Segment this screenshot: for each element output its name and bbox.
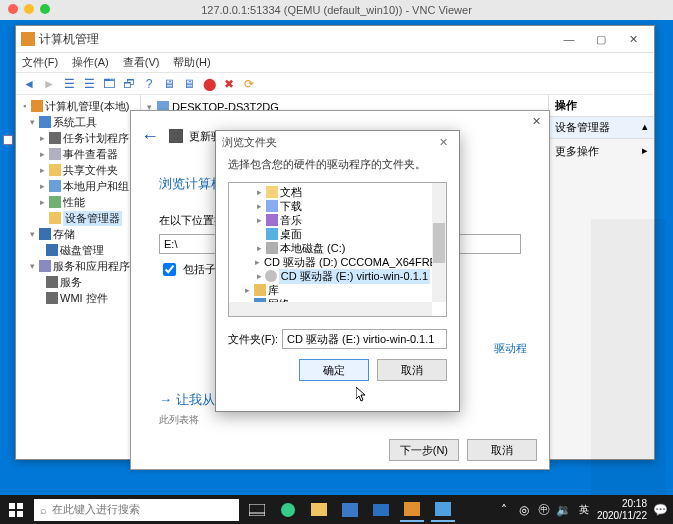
- start-button[interactable]: [0, 495, 32, 524]
- plugin-icon[interactable]: ⬤: [200, 75, 218, 93]
- monitor-icon[interactable]: 🖥: [160, 75, 178, 93]
- svg-rect-0: [9, 503, 15, 509]
- svg-rect-10: [404, 502, 420, 516]
- horizontal-scrollbar[interactable]: [229, 302, 432, 316]
- svg-rect-7: [311, 503, 327, 516]
- views-icon[interactable]: ☰: [80, 75, 98, 93]
- node-libraries[interactable]: 库: [268, 283, 279, 298]
- tree-services[interactable]: 服务: [60, 275, 82, 290]
- minimize-button[interactable]: —: [553, 28, 585, 50]
- tree-root[interactable]: 计算机管理(本地): [45, 99, 129, 114]
- edge-icon[interactable]: [276, 498, 300, 522]
- tray-location-icon[interactable]: ◎: [517, 503, 531, 517]
- tray-clock[interactable]: 20:18 2020/11/22: [597, 498, 647, 521]
- taskbar: ⌕ 在此键入进行搜索 ˄ ◎ ㊥ 🔉 英 20:18 2020/11/22 💬: [0, 495, 673, 524]
- folder-tree[interactable]: ▸文档 ▸下载 ▸音乐 桌面 ▸本地磁盘 (C:) ▸CD 驱动器 (D:) C…: [228, 182, 447, 317]
- maximize-button[interactable]: ▢: [585, 28, 617, 50]
- tree-users[interactable]: 本地用户和组: [63, 179, 129, 194]
- cancel-button[interactable]: 取消: [377, 359, 447, 381]
- tray-ime-icon[interactable]: ㊥: [537, 503, 551, 517]
- node-cd-e[interactable]: CD 驱动器 (E:) virtio-win-0.1.1: [279, 269, 430, 284]
- close-dot[interactable]: [8, 4, 18, 14]
- search-icon: ⌕: [40, 504, 47, 516]
- taskbar-app-control[interactable]: [431, 498, 455, 522]
- folder-field[interactable]: [282, 329, 447, 349]
- svg-rect-11: [435, 502, 451, 516]
- node-cd-d[interactable]: CD 驱动器 (D:) CCCOMA_X64FRE_ZH-CN_DV9: [264, 255, 432, 270]
- menu-action[interactable]: 操作(A): [72, 55, 109, 70]
- window-title: 计算机管理: [39, 31, 553, 48]
- remove-icon[interactable]: ✖: [220, 75, 238, 93]
- tray-lang[interactable]: 英: [577, 503, 591, 517]
- tree-systools[interactable]: 系统工具: [53, 115, 97, 130]
- tree-eventvwr[interactable]: 事件查看器: [63, 147, 118, 162]
- wizard-back-icon[interactable]: ←: [141, 126, 159, 147]
- browse-folder-dialog: 浏览文件夹 ✕ 选择包含您的硬件的驱动程序的文件夹。 ▸文档 ▸下载 ▸音乐 桌…: [215, 130, 460, 412]
- menu-file[interactable]: 文件(F): [22, 55, 58, 70]
- tree-scheduler[interactable]: 任务计划程序: [63, 131, 129, 146]
- store-icon[interactable]: [338, 498, 362, 522]
- explorer-icon[interactable]: [307, 498, 331, 522]
- tree-wmi[interactable]: WMI 控件: [60, 291, 108, 306]
- tree-shared[interactable]: 共享文件夹: [63, 163, 118, 178]
- actions-header: 操作: [549, 95, 654, 117]
- node-desktop[interactable]: 桌面: [280, 227, 302, 242]
- zoom-dot[interactable]: [40, 4, 50, 14]
- tree-services-apps[interactable]: 服务和应用程序: [53, 259, 130, 274]
- tree-storage[interactable]: 存储: [53, 227, 75, 242]
- close-button[interactable]: ✕: [617, 28, 649, 50]
- node-localdisk[interactable]: 本地磁盘 (C:): [280, 241, 345, 256]
- svg-rect-8: [342, 503, 358, 517]
- include-subfolders-checkbox[interactable]: [163, 263, 176, 276]
- collapse-icon[interactable]: ▴: [642, 120, 648, 135]
- svg-rect-9: [373, 504, 389, 516]
- notifications-icon[interactable]: 💬: [653, 503, 667, 517]
- menu-help[interactable]: 帮助(H): [173, 55, 210, 70]
- forward-icon[interactable]: ►: [40, 75, 58, 93]
- dialog-instruction: 选择包含您的硬件的驱动程序的文件夹。: [216, 153, 459, 182]
- node-documents[interactable]: 文档: [280, 185, 302, 200]
- let-me-pick-link[interactable]: → 让我从: [159, 391, 215, 409]
- tree-devmgr[interactable]: 设备管理器: [63, 211, 122, 226]
- wizard-cancel-button[interactable]: 取消: [467, 439, 537, 461]
- dialog-close-icon[interactable]: ✕: [439, 136, 453, 149]
- ok-button[interactable]: 确定: [299, 359, 369, 381]
- driver-hint: 驱动程: [494, 341, 527, 356]
- svg-rect-2: [9, 511, 15, 517]
- vertical-scrollbar[interactable]: [432, 183, 446, 302]
- more-actions[interactable]: 更多操作▸: [549, 139, 654, 164]
- mail-icon[interactable]: [369, 498, 393, 522]
- props-icon[interactable]: 🗗: [120, 75, 138, 93]
- task-view-icon[interactable]: [245, 498, 269, 522]
- menu-view[interactable]: 查看(V): [123, 55, 160, 70]
- window-title-bar[interactable]: 计算机管理 — ▢ ✕: [16, 26, 654, 53]
- tray-volume-icon[interactable]: 🔉: [557, 503, 571, 517]
- tree-diskmgmt[interactable]: 磁盘管理: [60, 243, 104, 258]
- tree-perf[interactable]: 性能: [63, 195, 85, 210]
- refresh-icon[interactable]: 🗔: [100, 75, 118, 93]
- vnc-title-text: 127.0.0.1:51334 (QEMU (default_win10)) -…: [201, 4, 472, 16]
- mac-traffic-lights: [8, 4, 50, 14]
- help-icon[interactable]: ?: [140, 75, 158, 93]
- windows-logo-icon: [9, 503, 23, 517]
- tray-chevron-up-icon[interactable]: ˄: [497, 503, 511, 517]
- next-button[interactable]: 下一步(N): [389, 439, 459, 461]
- desktop-shortcut-icon[interactable]: [3, 135, 13, 145]
- taskbar-app-mmc[interactable]: [400, 498, 424, 522]
- scan-icon[interactable]: 🖥: [180, 75, 198, 93]
- app-icon: [21, 32, 35, 46]
- wizard-close-icon[interactable]: ✕: [532, 115, 541, 128]
- node-downloads[interactable]: 下载: [280, 199, 302, 214]
- console-tree[interactable]: ▪计算机管理(本地) ▾系统工具 ▸任务计划程序 ▸事件查看器 ▸共享文件夹 ▸…: [16, 95, 141, 459]
- taskbar-search[interactable]: ⌕ 在此键入进行搜索: [34, 499, 239, 521]
- actions-section[interactable]: 设备管理器▴: [549, 117, 654, 139]
- svg-rect-4: [249, 504, 265, 516]
- svg-rect-1: [17, 503, 23, 509]
- menu-bar: 文件(F) 操作(A) 查看(V) 帮助(H): [16, 53, 654, 73]
- back-icon[interactable]: ◄: [20, 75, 38, 93]
- up-icon[interactable]: ☰: [60, 75, 78, 93]
- tray-time: 20:18: [597, 498, 647, 510]
- node-music[interactable]: 音乐: [280, 213, 302, 228]
- min-dot[interactable]: [24, 4, 34, 14]
- gear-icon[interactable]: ⟳: [240, 75, 258, 93]
